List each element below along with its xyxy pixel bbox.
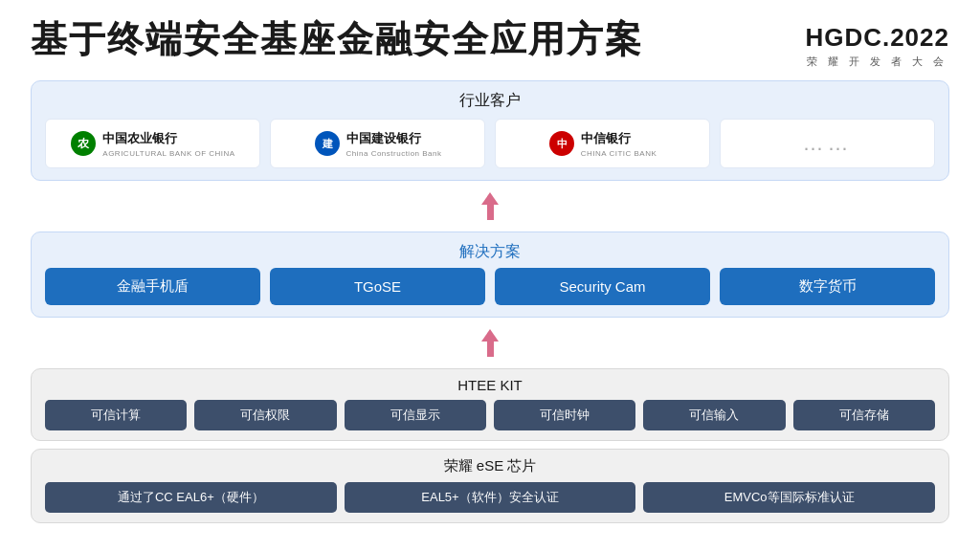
solution-box: 解决方案 金融手机盾 TGoSE Security Cam 数字货币 (31, 231, 949, 318)
ese-item-0: 通过了CC EAL6+（硬件） (45, 482, 337, 513)
ccb-name-zh: 中国建设银行 (346, 130, 442, 147)
solution-item-1: TGoSE (270, 268, 485, 305)
arrow-wrap-1 (31, 192, 949, 220)
bank-row: 农 中国农业银行 AGRICULTURAL BANK OF CHINA (45, 119, 935, 168)
bank-card-abc: 农 中国农业银行 AGRICULTURAL BANK OF CHINA (45, 119, 260, 168)
htee-item-1: 可信权限 (194, 400, 336, 430)
htee-label: HTEE KIT (45, 377, 935, 393)
htee-box: HTEE KIT 可信计算 可信权限 可信显示 可信时钟 可信输入 可信存储 (31, 368, 949, 441)
citic-logo-row: 中 中信银行 CHINA CITIC BANK (548, 130, 657, 158)
htee-item-2: 可信显示 (345, 400, 486, 430)
bank-card-ccb: 建 中国建设银行 China Construction Bank (270, 119, 485, 168)
industry-customer-label: 行业客户 (45, 91, 935, 111)
ese-row: 通过了CC EAL6+（硬件） EAL5+（软件）安全认证 EMVCo等国际标准… (45, 482, 935, 513)
htee-item-0: 可信计算 (45, 400, 187, 430)
content-area: 行业客户 农 中国农业银行 AGRICULTURAL BANK O (31, 80, 949, 536)
bank-more-dots: …… (803, 131, 853, 156)
bank-card-more: …… (720, 119, 935, 168)
pink-arrow-head-1 (481, 192, 499, 205)
pink-arrow-body-2 (487, 342, 494, 357)
abc-name-zh: 中国农业银行 (102, 130, 234, 147)
htee-item-3: 可信时钟 (494, 400, 635, 430)
pink-arrow-2 (482, 329, 498, 357)
svg-text:建: 建 (321, 138, 332, 149)
header: 基于终端安全基座金融安全应用方案 HGDC.2022 荣 耀 开 发 者 大 会 (31, 19, 949, 69)
pink-arrow-body-1 (487, 205, 494, 220)
solution-row: 金融手机盾 TGoSE Security Cam 数字货币 (45, 268, 935, 305)
abc-logo-row: 农 中国农业银行 AGRICULTURAL BANK OF CHINA (70, 130, 234, 158)
svg-text:农: 农 (77, 137, 90, 150)
solution-item-2: Security Cam (495, 268, 710, 305)
brand-title: HGDC.2022 (805, 23, 949, 53)
abc-name-en: AGRICULTURAL BANK OF CHINA (102, 149, 234, 158)
svg-text:中: 中 (556, 138, 567, 149)
industry-customer-box: 行业客户 农 中国农业银行 AGRICULTURAL BANK O (31, 80, 949, 181)
ese-box: 荣耀 eSE 芯片 通过了CC EAL6+（硬件） EAL5+（软件）安全认证 … (31, 449, 949, 523)
htee-item-5: 可信存储 (793, 400, 935, 430)
solution-item-3: 数字货币 (720, 268, 935, 305)
htee-row: 可信计算 可信权限 可信显示 可信时钟 可信输入 可信存储 (45, 400, 935, 430)
citic-name-en: CHINA CITIC BANK (581, 149, 657, 158)
arrow-wrap-2 (31, 329, 949, 357)
solution-label: 解决方案 (45, 242, 935, 262)
citic-icon: 中 (548, 130, 575, 157)
brand-subtitle: 荣 耀 开 发 者 大 会 (805, 55, 949, 69)
ccb-icon: 建 (314, 130, 341, 157)
ese-label: 荣耀 eSE 芯片 (45, 457, 935, 475)
ccb-logo-row: 建 中国建设银行 China Construction Bank (314, 130, 442, 158)
htee-item-4: 可信输入 (643, 400, 785, 430)
abc-icon: 农 (70, 130, 97, 157)
main-title: 基于终端安全基座金融安全应用方案 (31, 19, 643, 61)
bank-card-citic: 中 中信银行 CHINA CITIC BANK (495, 119, 710, 168)
citic-name-zh: 中信银行 (581, 130, 657, 147)
ccb-name-en: China Construction Bank (346, 149, 442, 158)
ese-item-2: EMVCo等国际标准认证 (643, 482, 935, 513)
pink-arrow-1 (482, 192, 498, 220)
brand-block: HGDC.2022 荣 耀 开 发 者 大 会 (805, 19, 949, 69)
pink-arrow-head-2 (481, 329, 499, 342)
lower-area: HTEE KIT 可信计算 可信权限 可信显示 可信时钟 可信输入 可信存储 荣… (31, 368, 949, 523)
solution-item-0: 金融手机盾 (45, 268, 260, 305)
page: 基于终端安全基座金融安全应用方案 HGDC.2022 荣 耀 开 发 者 大 会… (0, 0, 980, 551)
ese-item-1: EAL5+（软件）安全认证 (345, 482, 636, 513)
